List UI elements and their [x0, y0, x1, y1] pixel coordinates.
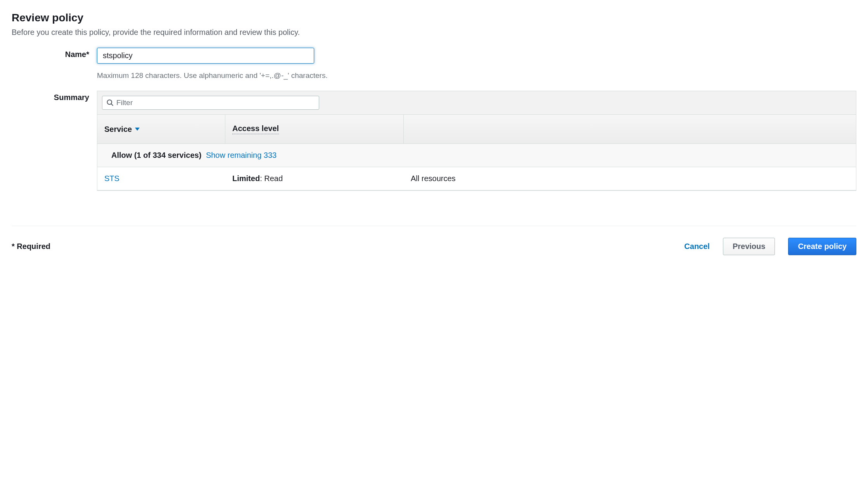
column-service-label: Service	[104, 125, 132, 134]
filter-input-wrap[interactable]	[102, 96, 319, 110]
table-row: STS Limited: Read All resources	[97, 167, 856, 190]
footer-actions: Cancel Previous Create policy	[684, 238, 856, 255]
name-label: Name*	[12, 48, 97, 59]
access-level-cell: Limited: Read	[225, 167, 404, 190]
table-header: Service Access level	[97, 115, 856, 143]
filter-bar	[97, 91, 856, 115]
page-title: Review policy	[12, 12, 856, 24]
previous-button[interactable]: Previous	[723, 238, 775, 255]
allow-count-text: Allow (1 of 334 services)	[111, 151, 201, 159]
column-resource	[404, 115, 856, 143]
allow-group-row: Allow (1 of 334 services) Show remaining…	[97, 143, 856, 167]
name-help-text: Maximum 128 characters. Use alphanumeric…	[97, 71, 856, 80]
name-row: Name* Maximum 128 characters. Use alphan…	[12, 48, 856, 80]
service-link[interactable]: STS	[97, 167, 225, 190]
svg-point-0	[107, 100, 112, 105]
column-access-level[interactable]: Access level	[225, 115, 404, 143]
footer: * Required Cancel Previous Create policy	[12, 226, 856, 255]
page-subtitle: Before you create this policy, provide t…	[12, 28, 856, 37]
summary-panel: Service Access level Allow (1 of 334 ser…	[97, 91, 856, 191]
column-access-label: Access level	[232, 124, 279, 134]
policy-name-input[interactable]	[97, 48, 314, 64]
column-service[interactable]: Service	[97, 115, 225, 143]
show-remaining-link[interactable]: Show remaining 333	[206, 151, 277, 159]
cancel-button[interactable]: Cancel	[684, 242, 710, 251]
summary-row: Summary Service Access level Allow (1 of…	[12, 91, 856, 191]
caret-down-icon	[135, 128, 140, 131]
create-policy-button[interactable]: Create policy	[788, 238, 856, 255]
resource-cell: All resources	[404, 167, 856, 190]
svg-line-1	[111, 104, 113, 106]
required-note: * Required	[12, 242, 50, 251]
filter-input[interactable]	[116, 99, 315, 107]
search-icon	[106, 99, 114, 107]
summary-label: Summary	[12, 91, 97, 102]
